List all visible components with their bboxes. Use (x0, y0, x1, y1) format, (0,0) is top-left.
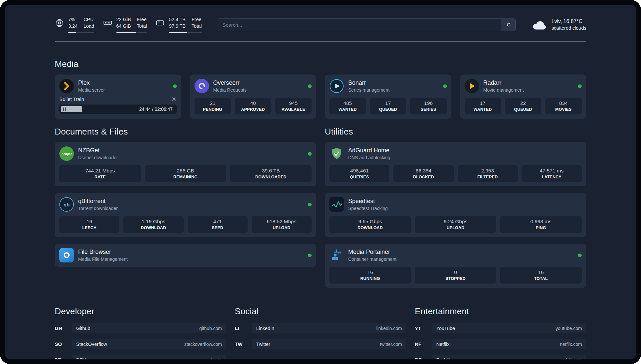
stat-tile: 618.52 Mbps UPLOAD (252, 216, 312, 233)
stat-tile: 86,384 BLOCKED (393, 165, 453, 182)
stat-label: DOWNLOAD (331, 226, 410, 230)
status-indicator (443, 84, 447, 88)
stat-tile: 0.993 ms PING (500, 216, 582, 233)
radarr-card[interactable]: Radarr Movie management 17 WANTED 22 QUE… (460, 75, 587, 119)
bookmark-github[interactable]: Github github.com (72, 323, 226, 333)
app-subtitle: Torrent downloader (78, 206, 118, 211)
settings-gear-icon[interactable] (171, 96, 177, 102)
search-engine-button[interactable]: G (502, 19, 515, 31)
bookmark-name: StackOverflow (76, 342, 107, 347)
stat-tile: 9.65 Gbps DOWNLOAD (329, 216, 411, 233)
bookmark-name: Twitter (256, 342, 270, 347)
stat-value: 16 (61, 219, 118, 225)
weather-widget: Lviv, 16.87°C scattered clouds (532, 18, 586, 31)
bookmark-twitter[interactable]: Twitter twitter.com (252, 339, 406, 349)
stat-tile: 485 WANTED (329, 98, 366, 114)
bookmark-dev[interactable]: DEV dev.to (72, 355, 226, 359)
bookmark-row: TW Twitter twitter.com (235, 339, 406, 349)
stat-label: RUNNING (331, 276, 410, 281)
stat-tile: 196 SERIES (410, 98, 447, 114)
adguard-card[interactable]: AdGuard Home DNS and adblocking 498,461 … (325, 142, 586, 186)
overseerr-card[interactable]: Overseerr Media Requests 21 PENDING 40 A… (190, 75, 317, 119)
stat-label: DOWNLOAD (125, 226, 182, 230)
stat-label: FILTERED (459, 175, 516, 179)
bookmark-abbr: DT (55, 357, 67, 359)
dashboard: 7% 3.24 CPU Load (5, 5, 636, 359)
stat-value: 0 (416, 269, 495, 275)
stat-label: REMAINING (146, 175, 225, 179)
bookmark-stackoverflow[interactable]: StackOverflow stackoverflow.com (72, 339, 226, 349)
plex-card[interactable]: Plex Media server Bullet Train (55, 75, 181, 119)
app-subtitle: Container management (348, 257, 396, 262)
plex-icon (59, 79, 74, 93)
bookmark-url: linkedin.com (376, 326, 402, 331)
stat-label: UPLOAD (253, 226, 310, 230)
nzbget-card[interactable]: nzbget NZBGet Usenet downloader 744.21 M… (55, 142, 316, 186)
app-subtitle: Series management (348, 87, 389, 93)
stat-label: PING (502, 226, 580, 230)
stat-label: STOPPED (416, 276, 495, 281)
bookmark-url: stackoverflow.com (184, 342, 222, 347)
search-input[interactable] (218, 18, 516, 31)
bookmark-linkedin[interactable]: LinkedIn linkedin.com (252, 323, 406, 333)
playback-time: 24:44 / 02:06:47 (139, 106, 172, 112)
stat-value: 39.6 TB (231, 168, 310, 174)
adguard-icon (329, 146, 344, 161)
top-bar: 7% 3.24 CPU Load (55, 16, 586, 33)
disk-monitor: 52.4 TB 97.9 TB Free Total (155, 16, 201, 33)
window-frame: 7% 3.24 CPU Load (0, 0, 641, 364)
stat-label: SEED (189, 226, 246, 230)
stat-value: 17 (371, 100, 405, 106)
ram-label-bottom: Total (137, 23, 147, 30)
bookmark-url: github.com (199, 326, 222, 331)
stat-label: MOVIES (547, 107, 581, 112)
stat-label: LEECH (61, 226, 118, 230)
portainer-icon (329, 248, 344, 262)
stat-value: 2,953 (459, 168, 516, 174)
bookmark-abbr: NF (415, 341, 427, 347)
disk-label-bottom: Total (192, 23, 202, 30)
sonarr-card[interactable]: Sonarr Series management 485 WANTED 17 Q… (325, 75, 451, 119)
stat-tile: 17 WANTED (465, 98, 501, 114)
status-indicator (308, 84, 312, 88)
bookmark-name: Github (76, 326, 90, 331)
bookmark-abbr: RE (415, 357, 427, 359)
overseerr-icon (195, 79, 209, 93)
bookmark-reddit[interactable]: Reddit reddit.com (432, 355, 586, 359)
status-indicator (308, 254, 312, 257)
stat-tile: 47.571 ms LATENCY (522, 165, 582, 182)
playback-bar[interactable]: 24:44 / 02:06:47 (59, 105, 177, 114)
header-divider (55, 42, 586, 42)
stat-tile: 9.24 Gbps UPLOAD (415, 216, 496, 233)
speedtest-card[interactable]: Speedtest Speedtest Tracking 9.65 Gbps D… (325, 193, 586, 237)
bookmark-netflix[interactable]: Netflix netflix.com (432, 339, 586, 349)
pause-icon[interactable] (63, 107, 64, 111)
stat-value: 266 GB (146, 168, 225, 174)
stat-value: 22 (506, 100, 540, 106)
app-name: Speedtest (348, 198, 388, 205)
stat-label: QUEUED (371, 107, 405, 112)
stat-value: 16 (331, 269, 410, 275)
filebrowser-card[interactable]: File Browser Media File Management (55, 244, 316, 267)
bookmark-name: LinkedIn (256, 326, 274, 331)
stat-value: 40 (236, 100, 270, 106)
app-subtitle: DNS and adblocking (348, 155, 390, 160)
stat-value: 498,461 (331, 168, 388, 174)
cpu-label-bottom: Load (83, 23, 94, 30)
bookmark-abbr: SO (55, 341, 67, 347)
bookmark-abbr: YT (415, 325, 427, 331)
stat-tile: 498,461 QUERIES (329, 165, 389, 182)
stat-tile: 16 TOTAL (500, 267, 582, 284)
qbittorrent-card[interactable]: qb qBittorrent Torrent downloader 16 LEE… (55, 193, 316, 237)
section-social: Social LI LinkedIn linkedin.com TW Twitt… (235, 306, 406, 359)
bookmark-row: DT DEV dev.to (55, 355, 226, 359)
speedtest-icon (329, 197, 344, 212)
stat-value: 0.993 ms (502, 219, 580, 225)
bookmark-url: reddit.com (561, 357, 582, 359)
qbittorrent-icon: qb (59, 197, 74, 212)
ram-monitor: 22 GiB 64 GiB Free Total (103, 16, 147, 33)
stat-value: 9.24 Gbps (416, 219, 495, 225)
nzbget-icon: nzbget (59, 146, 74, 161)
bookmark-youtube[interactable]: YouTube youtube.com (432, 323, 586, 333)
portainer-card[interactable]: Media Portainer Container management 16 … (325, 244, 586, 288)
